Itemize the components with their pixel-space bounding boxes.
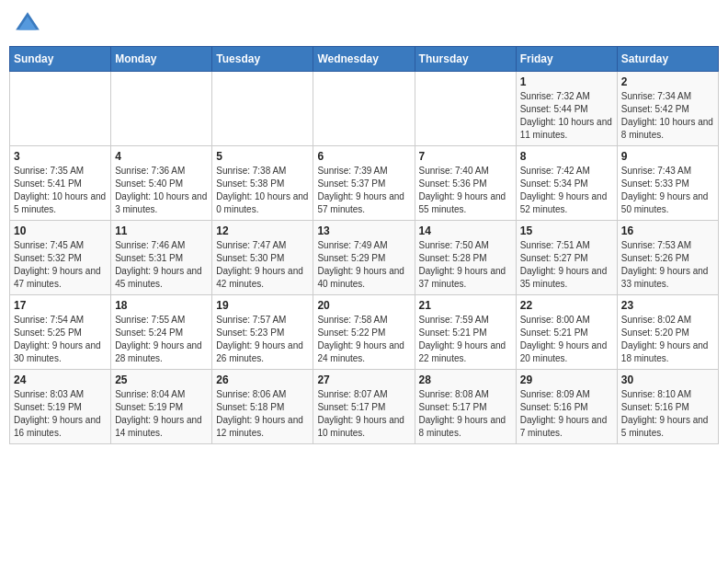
day-number: 21 bbox=[419, 299, 512, 312]
calendar-cell: 27Sunrise: 8:07 AM Sunset: 5:17 PM Dayli… bbox=[313, 370, 415, 444]
calendar-cell bbox=[313, 72, 415, 146]
day-number: 11 bbox=[115, 224, 208, 237]
day-number: 5 bbox=[216, 150, 309, 163]
day-number: 30 bbox=[621, 373, 714, 386]
day-number: 3 bbox=[14, 150, 107, 163]
day-info: Sunrise: 7:55 AM Sunset: 5:24 PM Dayligh… bbox=[115, 314, 208, 365]
calendar-cell: 14Sunrise: 7:50 AM Sunset: 5:28 PM Dayli… bbox=[415, 221, 516, 295]
day-info: Sunrise: 7:46 AM Sunset: 5:31 PM Dayligh… bbox=[115, 239, 208, 291]
day-info: Sunrise: 7:40 AM Sunset: 5:36 PM Dayligh… bbox=[419, 165, 512, 216]
calendar-cell bbox=[415, 72, 516, 146]
logo bbox=[13, 9, 46, 39]
page-header bbox=[9, 9, 719, 39]
day-number: 9 bbox=[621, 150, 714, 163]
calendar-cell: 17Sunrise: 7:54 AM Sunset: 5:25 PM Dayli… bbox=[10, 295, 111, 370]
day-info: Sunrise: 8:06 AM Sunset: 5:18 PM Dayligh… bbox=[216, 388, 309, 440]
day-info: Sunrise: 7:34 AM Sunset: 5:42 PM Dayligh… bbox=[621, 90, 714, 142]
weekday-header: Friday bbox=[516, 47, 617, 72]
calendar-cell bbox=[10, 72, 111, 146]
calendar-cell: 21Sunrise: 7:59 AM Sunset: 5:21 PM Dayli… bbox=[415, 295, 516, 370]
calendar-cell: 18Sunrise: 7:55 AM Sunset: 5:24 PM Dayli… bbox=[111, 295, 212, 370]
day-info: Sunrise: 7:32 AM Sunset: 5:44 PM Dayligh… bbox=[520, 90, 613, 142]
calendar-cell: 8Sunrise: 7:42 AM Sunset: 5:34 PM Daylig… bbox=[516, 146, 617, 221]
calendar-cell: 20Sunrise: 7:58 AM Sunset: 5:22 PM Dayli… bbox=[313, 295, 415, 370]
day-number: 23 bbox=[621, 299, 714, 312]
calendar-cell: 30Sunrise: 8:10 AM Sunset: 5:16 PM Dayli… bbox=[617, 370, 718, 444]
day-info: Sunrise: 8:08 AM Sunset: 5:17 PM Dayligh… bbox=[419, 388, 512, 440]
day-number: 15 bbox=[520, 224, 613, 237]
logo-icon bbox=[13, 9, 42, 39]
calendar-cell: 24Sunrise: 8:03 AM Sunset: 5:19 PM Dayli… bbox=[10, 370, 111, 444]
calendar-cell: 4Sunrise: 7:36 AM Sunset: 5:40 PM Daylig… bbox=[111, 146, 212, 221]
day-info: Sunrise: 7:35 AM Sunset: 5:41 PM Dayligh… bbox=[14, 165, 107, 216]
day-info: Sunrise: 8:07 AM Sunset: 5:17 PM Dayligh… bbox=[317, 388, 410, 440]
day-info: Sunrise: 7:38 AM Sunset: 5:38 PM Dayligh… bbox=[216, 165, 309, 216]
calendar-cell: 5Sunrise: 7:38 AM Sunset: 5:38 PM Daylig… bbox=[212, 146, 313, 221]
day-number: 2 bbox=[621, 75, 714, 88]
day-info: Sunrise: 8:02 AM Sunset: 5:20 PM Dayligh… bbox=[621, 314, 714, 365]
calendar-cell: 22Sunrise: 8:00 AM Sunset: 5:21 PM Dayli… bbox=[516, 295, 617, 370]
day-number: 28 bbox=[419, 373, 512, 386]
calendar-week-row: 17Sunrise: 7:54 AM Sunset: 5:25 PM Dayli… bbox=[10, 295, 719, 370]
day-number: 29 bbox=[520, 373, 613, 386]
calendar-cell: 16Sunrise: 7:53 AM Sunset: 5:26 PM Dayli… bbox=[617, 221, 718, 295]
day-info: Sunrise: 7:53 AM Sunset: 5:26 PM Dayligh… bbox=[621, 239, 714, 291]
day-number: 7 bbox=[419, 150, 512, 163]
weekday-header: Sunday bbox=[10, 47, 111, 72]
day-number: 26 bbox=[216, 373, 309, 386]
day-number: 12 bbox=[216, 224, 309, 237]
calendar-cell: 2Sunrise: 7:34 AM Sunset: 5:42 PM Daylig… bbox=[617, 72, 718, 146]
calendar-header-row: SundayMondayTuesdayWednesdayThursdayFrid… bbox=[10, 47, 719, 72]
calendar-cell: 26Sunrise: 8:06 AM Sunset: 5:18 PM Dayli… bbox=[212, 370, 313, 444]
day-number: 1 bbox=[520, 75, 613, 88]
day-info: Sunrise: 7:36 AM Sunset: 5:40 PM Dayligh… bbox=[115, 165, 208, 216]
day-number: 16 bbox=[621, 224, 714, 237]
day-info: Sunrise: 7:49 AM Sunset: 5:29 PM Dayligh… bbox=[317, 239, 410, 291]
day-number: 19 bbox=[216, 299, 309, 312]
calendar-cell: 29Sunrise: 8:09 AM Sunset: 5:16 PM Dayli… bbox=[516, 370, 617, 444]
day-info: Sunrise: 7:47 AM Sunset: 5:30 PM Dayligh… bbox=[216, 239, 309, 291]
day-number: 8 bbox=[520, 150, 613, 163]
calendar-cell: 23Sunrise: 8:02 AM Sunset: 5:20 PM Dayli… bbox=[617, 295, 718, 370]
day-info: Sunrise: 7:51 AM Sunset: 5:27 PM Dayligh… bbox=[520, 239, 613, 291]
day-info: Sunrise: 8:10 AM Sunset: 5:16 PM Dayligh… bbox=[621, 388, 714, 440]
calendar-cell bbox=[111, 72, 212, 146]
day-number: 18 bbox=[115, 299, 208, 312]
calendar-week-row: 10Sunrise: 7:45 AM Sunset: 5:32 PM Dayli… bbox=[10, 221, 719, 295]
day-number: 4 bbox=[115, 150, 208, 163]
calendar-week-row: 24Sunrise: 8:03 AM Sunset: 5:19 PM Dayli… bbox=[10, 370, 719, 444]
day-number: 10 bbox=[14, 224, 107, 237]
day-info: Sunrise: 7:54 AM Sunset: 5:25 PM Dayligh… bbox=[14, 314, 107, 365]
calendar-cell: 25Sunrise: 8:04 AM Sunset: 5:19 PM Dayli… bbox=[111, 370, 212, 444]
day-info: Sunrise: 8:00 AM Sunset: 5:21 PM Dayligh… bbox=[520, 314, 613, 365]
day-number: 14 bbox=[419, 224, 512, 237]
day-number: 17 bbox=[14, 299, 107, 312]
calendar-cell: 3Sunrise: 7:35 AM Sunset: 5:41 PM Daylig… bbox=[10, 146, 111, 221]
weekday-header: Saturday bbox=[617, 47, 718, 72]
calendar-cell: 7Sunrise: 7:40 AM Sunset: 5:36 PM Daylig… bbox=[415, 146, 516, 221]
calendar-table: SundayMondayTuesdayWednesdayThursdayFrid… bbox=[9, 46, 719, 444]
day-info: Sunrise: 7:45 AM Sunset: 5:32 PM Dayligh… bbox=[14, 239, 107, 291]
weekday-header: Wednesday bbox=[313, 47, 415, 72]
calendar-week-row: 3Sunrise: 7:35 AM Sunset: 5:41 PM Daylig… bbox=[10, 146, 719, 221]
day-number: 22 bbox=[520, 299, 613, 312]
day-number: 20 bbox=[317, 299, 410, 312]
day-number: 27 bbox=[317, 373, 410, 386]
day-info: Sunrise: 7:50 AM Sunset: 5:28 PM Dayligh… bbox=[419, 239, 512, 291]
calendar-cell: 1Sunrise: 7:32 AM Sunset: 5:44 PM Daylig… bbox=[516, 72, 617, 146]
day-info: Sunrise: 8:04 AM Sunset: 5:19 PM Dayligh… bbox=[115, 388, 208, 440]
calendar-cell: 6Sunrise: 7:39 AM Sunset: 5:37 PM Daylig… bbox=[313, 146, 415, 221]
weekday-header: Thursday bbox=[415, 47, 516, 72]
calendar-week-row: 1Sunrise: 7:32 AM Sunset: 5:44 PM Daylig… bbox=[10, 72, 719, 146]
day-info: Sunrise: 8:09 AM Sunset: 5:16 PM Dayligh… bbox=[520, 388, 613, 440]
calendar-cell: 13Sunrise: 7:49 AM Sunset: 5:29 PM Dayli… bbox=[313, 221, 415, 295]
calendar-cell: 9Sunrise: 7:43 AM Sunset: 5:33 PM Daylig… bbox=[617, 146, 718, 221]
calendar-cell: 12Sunrise: 7:47 AM Sunset: 5:30 PM Dayli… bbox=[212, 221, 313, 295]
weekday-header: Monday bbox=[111, 47, 212, 72]
calendar-cell: 28Sunrise: 8:08 AM Sunset: 5:17 PM Dayli… bbox=[415, 370, 516, 444]
calendar-cell: 19Sunrise: 7:57 AM Sunset: 5:23 PM Dayli… bbox=[212, 295, 313, 370]
day-number: 25 bbox=[115, 373, 208, 386]
calendar-cell bbox=[212, 72, 313, 146]
day-number: 6 bbox=[317, 150, 410, 163]
day-info: Sunrise: 7:39 AM Sunset: 5:37 PM Dayligh… bbox=[317, 165, 410, 216]
